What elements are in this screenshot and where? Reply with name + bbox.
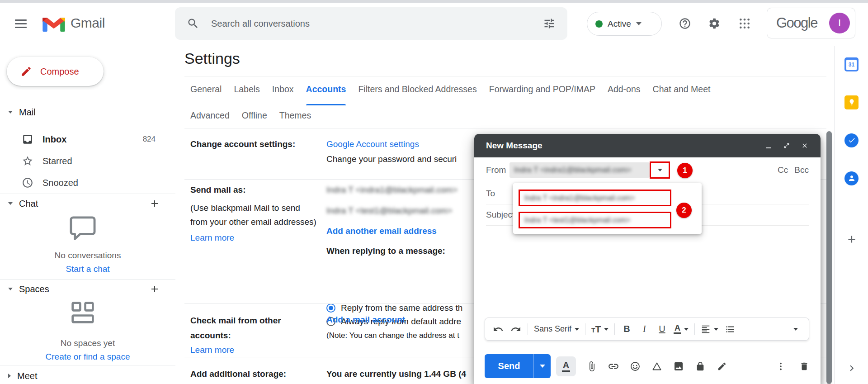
hide-side-panel-button[interactable] xyxy=(844,360,860,376)
insert-photo-button[interactable] xyxy=(673,360,684,372)
send-options-button[interactable] xyxy=(534,354,551,378)
tab-advanced[interactable]: Advanced xyxy=(190,110,230,123)
settings-button[interactable] xyxy=(704,14,724,33)
discard-draft-button[interactable] xyxy=(798,360,810,372)
align-icon xyxy=(701,324,711,334)
tab-inbox[interactable]: Inbox xyxy=(272,84,294,97)
google-account-settings-link[interactable]: Google Account settings xyxy=(326,139,457,149)
tab-themes[interactable]: Themes xyxy=(279,110,311,123)
tab-filters[interactable]: Filters and Blocked Addresses xyxy=(358,84,476,97)
setting-row-label: Send mail as: (Use blackpmail Mail to se… xyxy=(190,185,319,243)
google-apps-button[interactable] xyxy=(735,14,755,33)
text-color-button[interactable]: A xyxy=(674,324,689,334)
compose-header[interactable]: New Message xyxy=(474,134,821,157)
radio-selected[interactable] xyxy=(326,303,335,313)
tab-chat-and-meet[interactable]: Chat and Meet xyxy=(653,84,711,97)
undo-button[interactable] xyxy=(492,323,504,335)
get-addons-button[interactable] xyxy=(844,231,860,247)
main-menu-button[interactable] xyxy=(11,14,31,33)
settings-tabs-row-2: Advanced Offline Themes xyxy=(190,110,311,123)
learn-more-link[interactable]: Learn more xyxy=(190,233,234,243)
attach-files-button[interactable] xyxy=(586,360,598,372)
sidebar-item-snoozed[interactable]: Snoozed xyxy=(0,172,175,194)
lock-icon xyxy=(695,361,705,371)
setting-row-label: Add additional storage: xyxy=(190,369,321,379)
create-space-link[interactable]: Create or find a space xyxy=(46,352,130,361)
scrollbar[interactable] xyxy=(826,131,832,384)
setting-row-content: Google Account settings Change your pass… xyxy=(326,139,457,164)
tab-accounts[interactable]: Accounts xyxy=(306,84,346,97)
send-button[interactable]: Send xyxy=(485,354,533,378)
tab-general[interactable]: General xyxy=(190,84,222,97)
insert-from-drive-button[interactable] xyxy=(651,360,663,372)
spaces-section-label: Spaces xyxy=(19,284,49,294)
bold-button[interactable]: B xyxy=(621,323,632,335)
meet-section-header[interactable]: Meet xyxy=(0,369,37,383)
start-chat-link[interactable]: Start a chat xyxy=(66,264,109,274)
spaces-icon xyxy=(70,300,95,325)
italic-button[interactable]: I xyxy=(638,323,650,335)
text-size-selector[interactable]: TT xyxy=(591,324,609,335)
from-option-1[interactable]: Indra T <indra1@blackpmail.com> xyxy=(519,190,671,206)
compose-label: Compose xyxy=(40,66,79,77)
bcc-button[interactable]: Bcc xyxy=(794,165,809,175)
confidential-mode-button[interactable] xyxy=(694,360,706,372)
reply-option-label: Reply from the same address th xyxy=(341,303,462,313)
learn-more-link[interactable]: Learn more xyxy=(190,345,234,355)
compose-button[interactable]: Compose xyxy=(7,57,104,86)
inbox-label: Inbox xyxy=(42,134,66,145)
add-mail-account-link[interactable]: Add a mail account xyxy=(326,315,405,324)
mail-section-header[interactable]: Mail xyxy=(0,105,36,119)
emoji-icon xyxy=(630,361,641,372)
insert-signature-button[interactable] xyxy=(716,360,728,372)
account-chip[interactable]: Google I xyxy=(767,8,855,38)
gmail-logo[interactable]: Gmail xyxy=(42,14,105,32)
new-chat-button[interactable] xyxy=(148,197,161,210)
add-another-email-link[interactable]: Add another email address xyxy=(326,226,458,236)
tasks-panel-button[interactable] xyxy=(844,132,860,148)
minimize-button[interactable] xyxy=(762,139,775,152)
redo-button[interactable] xyxy=(510,323,522,335)
purchase-storage-link[interactable]: Purchase addit xyxy=(401,382,459,384)
font-family-selector[interactable]: Sans Serif xyxy=(534,324,579,334)
contacts-panel-button[interactable] xyxy=(844,170,860,186)
support-button[interactable] xyxy=(675,14,695,33)
spaces-section-header[interactable]: Spaces xyxy=(0,282,49,296)
compose-actions: Send A xyxy=(485,354,810,378)
close-button[interactable] xyxy=(798,139,811,152)
sidebar-item-starred[interactable]: Starred xyxy=(0,150,175,172)
search-options-icon[interactable] xyxy=(543,17,556,30)
search-bar[interactable]: Search all conversations xyxy=(175,7,567,40)
collapse-icon xyxy=(8,202,13,205)
message-body[interactable] xyxy=(486,233,809,312)
align-button[interactable] xyxy=(701,324,718,334)
insert-emoji-button[interactable] xyxy=(629,360,641,372)
from-address-pill[interactable]: Indra T <indra1@blackpmail.com> xyxy=(509,162,650,178)
more-formatting-button[interactable] xyxy=(790,323,802,335)
list-button[interactable] xyxy=(724,323,736,335)
tab-offline[interactable]: Offline xyxy=(242,110,267,123)
insert-link-button[interactable] xyxy=(608,360,619,372)
gmail-wordmark: Gmail xyxy=(71,15,105,31)
cc-button[interactable]: Cc xyxy=(778,165,788,175)
more-options-button[interactable] xyxy=(775,360,787,372)
chat-section-header[interactable]: Chat xyxy=(0,196,38,211)
keep-panel-button[interactable] xyxy=(844,94,860,110)
tab-addons[interactable]: Add-ons xyxy=(608,84,641,97)
avatar[interactable]: I xyxy=(829,13,850,33)
underline-button[interactable]: U xyxy=(656,323,668,335)
divider xyxy=(184,76,826,76)
from-option-2[interactable]: Indra T <test1@blackpmail.com> xyxy=(519,212,671,228)
tab-labels[interactable]: Labels xyxy=(234,84,259,97)
sidebar-item-inbox[interactable]: Inbox 824 xyxy=(0,128,175,150)
from-dropdown-trigger[interactable] xyxy=(650,161,670,179)
apps-grid-icon xyxy=(739,18,750,29)
status-selector[interactable]: Active xyxy=(587,12,662,36)
new-space-button[interactable] xyxy=(148,283,161,295)
fullscreen-button[interactable] xyxy=(780,139,793,152)
snoozed-label: Snoozed xyxy=(42,178,78,188)
compose-title: New Message xyxy=(486,141,757,151)
tab-forwarding[interactable]: Forwarding and POP/IMAP xyxy=(489,84,595,97)
formatting-options-button[interactable]: A xyxy=(556,356,576,376)
calendar-panel-button[interactable]: 31 xyxy=(844,56,860,72)
